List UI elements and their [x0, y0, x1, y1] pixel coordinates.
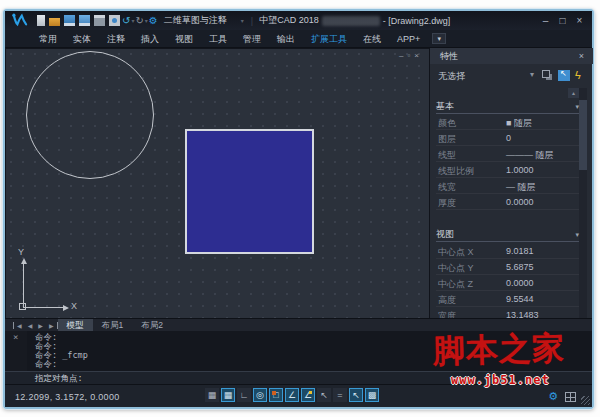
lineweight-toggle[interactable]: =: [333, 388, 347, 402]
titlebar-separator: |: [251, 16, 253, 26]
property-value[interactable]: 9.5544: [506, 294, 534, 304]
tab-home[interactable]: 常用: [31, 30, 65, 48]
property-value[interactable]: 0: [506, 133, 511, 143]
snap-toggle[interactable]: ▦: [221, 388, 235, 402]
settings-gear-icon[interactable]: ⚙: [548, 390, 558, 403]
tab-view[interactable]: 视图: [167, 30, 201, 48]
tab-layout1[interactable]: 布局1: [93, 319, 133, 332]
tab-express-tools[interactable]: 扩展工具: [303, 30, 355, 48]
tab-output[interactable]: 输出: [269, 30, 303, 48]
ucs-x-label: X: [71, 301, 77, 311]
tab-solid[interactable]: 实体: [65, 30, 99, 48]
command-close-icon[interactable]: ×: [13, 332, 18, 342]
ucs-y-arrowhead: [21, 258, 27, 264]
select-objects-icon[interactable]: [558, 70, 570, 81]
resize-grip[interactable]: [581, 396, 590, 405]
section-header-general[interactable]: 基本 ▾: [436, 100, 579, 114]
undo-icon[interactable]: ↺: [122, 15, 130, 26]
workspace-dropdown-icon[interactable]: ▾: [241, 17, 244, 24]
fullscreen-icon[interactable]: [565, 392, 576, 402]
redo-dropdown-icon[interactable]: ▾: [145, 17, 148, 24]
ortho-toggle[interactable]: ∟: [237, 388, 251, 402]
property-value[interactable]: ——— 随层: [506, 149, 554, 162]
section-header-view[interactable]: 视图 ▾: [436, 228, 579, 242]
print-icon[interactable]: [94, 15, 105, 26]
tab-insert[interactable]: 插入: [133, 30, 167, 48]
status-bar: 12.2099, 3.1572, 0.0000 ▦ ▦ ∟ ◎ □ ∠ ∠ ↖ …: [5, 384, 592, 407]
osnap-toggle[interactable]: ◎: [253, 388, 267, 402]
coordinates-display[interactable]: 12.2099, 3.1572, 0.0000: [15, 392, 120, 402]
property-row: 线型比例1.0000: [436, 162, 579, 178]
app-logo-icon[interactable]: [11, 13, 29, 29]
selection-dropdown[interactable]: 无选择 ▾ ϟ: [430, 66, 593, 86]
workspace-switcher[interactable]: 二维草图与注释: [164, 14, 227, 27]
cursor-icon: ↖: [320, 390, 328, 400]
scrollbar-thumb[interactable]: [579, 100, 587, 170]
drawn-circle[interactable]: [26, 51, 154, 179]
drawing-canvas[interactable]: –▫× Y X: [5, 48, 429, 318]
doc-close-button[interactable]: ×: [414, 51, 423, 60]
tab-manage[interactable]: 管理: [235, 30, 269, 48]
ucs-origin-box: [19, 303, 26, 310]
chevron-down-icon[interactable]: ▾: [530, 70, 534, 79]
tab-tools[interactable]: 工具: [201, 30, 235, 48]
tab-model[interactable]: 模型: [58, 319, 93, 332]
redo-icon[interactable]: ↻: [135, 15, 143, 26]
properties-panel-header[interactable]: 特性: [430, 48, 593, 64]
undo-dropdown-icon[interactable]: ▾: [131, 17, 134, 24]
polar-toggle[interactable]: ∠: [285, 388, 299, 402]
panel-close-icon[interactable]: ×: [579, 48, 584, 64]
workspace-icon[interactable]: ⚙: [149, 15, 158, 26]
new-file-icon[interactable]: [37, 15, 45, 26]
tab-nav-last-icon[interactable]: ▶: [46, 322, 58, 329]
property-value[interactable]: 0.0000: [506, 278, 534, 288]
quick-select-icon[interactable]: [542, 70, 550, 78]
property-value[interactable]: — 随层: [506, 181, 536, 194]
property-value[interactable]: 0.0000: [506, 197, 534, 207]
tab-nav-first-icon[interactable]: ◀: [13, 322, 25, 329]
property-value[interactable]: 1.0000: [506, 165, 534, 175]
ortho-icon: ∟: [240, 390, 249, 400]
tab-app-plus[interactable]: APP+: [389, 30, 428, 48]
tab-online[interactable]: 在线: [355, 30, 389, 48]
tab-nav-prev-icon[interactable]: ◀: [25, 322, 36, 329]
section-title: 视图: [436, 229, 454, 239]
panel-scrollbar[interactable]: [579, 88, 587, 318]
ribbon-tab-bar: 常用 实体 注释 插入 视图 工具 管理 输出 扩展工具 在线 APP+ ▾: [5, 30, 592, 48]
ribbon-overflow-button[interactable]: ▾: [432, 33, 446, 44]
toggle-pickadd-icon[interactable]: ϟ: [575, 70, 587, 81]
tab-nav-next-icon[interactable]: ▶: [35, 322, 46, 329]
ucs-y-axis: [23, 264, 24, 308]
viewcube-toggle[interactable]: ▩: [365, 388, 379, 402]
command-input[interactable]: 指定对角点:: [5, 371, 592, 384]
scroll-up-icon[interactable]: ▴: [568, 88, 579, 98]
ucs-x-axis: [23, 307, 63, 308]
drawn-square[interactable]: [185, 129, 314, 254]
property-label: 高度: [438, 294, 456, 307]
property-label: 图层: [438, 133, 456, 146]
collapse-icon[interactable]: ▾: [575, 103, 579, 111]
tab-annotate[interactable]: 注释: [99, 30, 133, 48]
property-value[interactable]: 9.0181: [506, 246, 534, 256]
plot-preview-icon[interactable]: [109, 15, 120, 26]
property-label: 中心点 Z: [438, 278, 473, 291]
cursor-toggle[interactable]: ↖: [317, 388, 331, 402]
cursor-select-toggle[interactable]: ↖: [349, 388, 363, 402]
tab-layout2[interactable]: 布局2: [132, 319, 172, 332]
lineweight-icon: =: [337, 390, 342, 400]
grid-toggle[interactable]: ▦: [205, 388, 219, 402]
property-value[interactable]: 5.6875: [506, 262, 534, 272]
property-value[interactable]: ■ 随层: [506, 117, 532, 130]
collapse-icon[interactable]: ▾: [575, 231, 579, 239]
property-label: 中心点 X: [438, 246, 474, 259]
property-row: 中心点 Y5.6875: [436, 259, 579, 275]
open-folder-icon[interactable]: [49, 18, 60, 26]
property-row: 颜色■ 随层: [436, 114, 579, 130]
save-icon[interactable]: [64, 15, 75, 26]
maximize-button[interactable]: □: [554, 15, 571, 26]
save-as-icon[interactable]: [79, 15, 90, 26]
minimize-button[interactable]: –: [537, 15, 554, 26]
dynamic-input-toggle[interactable]: ∠: [301, 388, 315, 402]
close-button[interactable]: ×: [571, 15, 588, 26]
osnap-tracking-toggle[interactable]: □: [269, 388, 283, 402]
